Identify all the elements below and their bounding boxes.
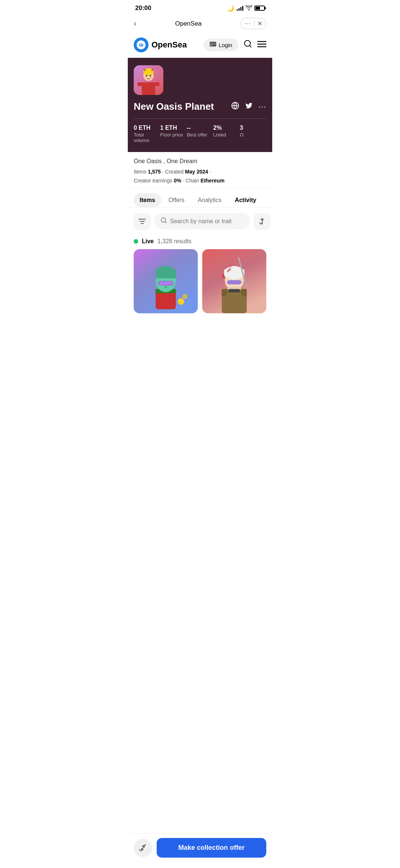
- nft-image-1: $ $: [134, 249, 198, 313]
- collection-avatar: [134, 65, 163, 95]
- stat-total-volume: 0 ETH Total volume: [134, 125, 160, 143]
- svg-text:$: $: [184, 296, 185, 298]
- browser-divider: [254, 21, 254, 27]
- stat-floor-price: 1 ETH Floor price: [160, 125, 187, 143]
- bottom-spacer: [128, 313, 272, 347]
- header-actions: Login: [204, 39, 266, 51]
- svg-rect-2: [210, 45, 212, 46]
- collection-divider: [134, 118, 266, 119]
- avatar-image: [134, 65, 163, 95]
- tabs-container: Items Offers Analytics Activity: [128, 189, 272, 208]
- stat-listed-value: 2%: [213, 125, 240, 131]
- opensea-header: OpenSea Login: [128, 34, 272, 58]
- chain-value: Ethereum: [201, 178, 225, 184]
- login-label: Login: [219, 42, 232, 48]
- dot-1: ·: [162, 169, 165, 175]
- nft-image-2: [202, 249, 266, 313]
- live-row: Live 1,328 results: [128, 235, 272, 249]
- status-bar: 20:00 🌙: [128, 0, 272, 15]
- stat-floor-price-value: 1 ETH: [160, 125, 187, 131]
- opensea-brand-name: OpenSea: [151, 40, 187, 50]
- svg-rect-32: [156, 272, 176, 278]
- svg-line-23: [165, 222, 166, 223]
- svg-text:$: $: [180, 300, 181, 303]
- globe-icon[interactable]: [231, 102, 239, 112]
- svg-point-10: [143, 68, 154, 76]
- svg-point-15: [144, 76, 147, 78]
- svg-point-16: [150, 76, 153, 78]
- sort-button[interactable]: [254, 213, 271, 230]
- svg-line-4: [250, 46, 251, 47]
- tab-offers[interactable]: Offers: [163, 193, 190, 207]
- stat-total-volume-label: Total volume: [134, 132, 160, 143]
- nft-card[interactable]: $ $: [134, 249, 198, 313]
- wifi-icon: [246, 5, 252, 11]
- search-icon[interactable]: [243, 39, 252, 50]
- collection-title-row: New Oasis Planet ···: [134, 101, 266, 112]
- results-count: 1,328 results: [157, 238, 191, 245]
- svg-rect-47: [224, 269, 244, 276]
- opensea-brand: OpenSea: [134, 37, 187, 52]
- svg-rect-17: [142, 82, 155, 95]
- live-label: Live: [142, 238, 154, 245]
- svg-point-13: [146, 75, 147, 76]
- login-icon: [210, 42, 216, 48]
- dot-3: ·: [183, 178, 186, 184]
- browser-dots-icon[interactable]: ···: [244, 20, 251, 27]
- tab-analytics[interactable]: Analytics: [192, 193, 227, 207]
- status-time: 20:00: [135, 4, 151, 12]
- stat-best-offer: -- Best offer: [187, 125, 213, 143]
- browser-bar: ‹ OpenSea ··· ✕: [128, 15, 272, 34]
- svg-rect-1: [210, 43, 216, 45]
- tab-activity[interactable]: Activity: [229, 193, 262, 207]
- more-icon[interactable]: ···: [259, 102, 266, 112]
- svg-rect-19: [154, 82, 160, 86]
- stat-owners-value: 3: [240, 125, 266, 131]
- stat-listed: 2% Listed: [213, 125, 240, 143]
- collection-meta: Items 1,575 · Created May 2024 · Creator…: [134, 168, 266, 185]
- collection-info: One Oasis , One Dream Items 1,575 · Crea…: [128, 152, 272, 189]
- collection-stats: 0 ETH Total volume 1 ETH Floor price -- …: [134, 125, 266, 143]
- search-container: [128, 208, 272, 235]
- collection-social: ···: [231, 102, 266, 112]
- browser-close-button[interactable]: ✕: [257, 20, 262, 27]
- stat-best-offer-value: --: [187, 125, 213, 131]
- signal-bars-icon: [237, 6, 243, 11]
- browser-url: OpenSea: [141, 20, 236, 27]
- battery-icon: [254, 6, 265, 11]
- items-label: Items: [134, 169, 148, 175]
- search-icon: [160, 217, 167, 225]
- filter-button[interactable]: [134, 213, 151, 230]
- filter-icon: [139, 218, 146, 224]
- search-input[interactable]: [170, 218, 244, 225]
- chain-label: Chain: [186, 178, 200, 184]
- dot-2: ·: [210, 169, 211, 175]
- stat-owners-label: O: [240, 132, 266, 138]
- svg-rect-53: [229, 289, 240, 292]
- search-input-wrapper[interactable]: [154, 213, 250, 229]
- back-button[interactable]: ‹: [134, 19, 136, 29]
- tab-items[interactable]: Items: [134, 193, 161, 207]
- svg-rect-18: [137, 82, 143, 86]
- created-label: Created: [165, 169, 185, 175]
- created-value: May 2024: [185, 169, 208, 175]
- stat-total-volume-value: 0 ETH: [134, 125, 160, 131]
- svg-point-14: [150, 75, 151, 76]
- collection-banner: New Oasis Planet ··· 0 ETH Total volume: [128, 58, 272, 152]
- stat-floor-price-label: Floor price: [160, 132, 187, 138]
- items-count: 1,575: [148, 169, 161, 175]
- login-button[interactable]: Login: [204, 39, 238, 51]
- nft-grid: $ $: [128, 249, 272, 313]
- svg-rect-51: [228, 281, 241, 283]
- opensea-logo-icon[interactable]: [134, 37, 149, 52]
- collection-title: New Oasis Planet: [134, 101, 214, 112]
- collection-tagline: One Oasis , One Dream: [134, 158, 266, 165]
- twitter-icon[interactable]: [245, 102, 253, 111]
- nft-card[interactable]: [202, 249, 266, 313]
- stat-owners: 3 O: [240, 125, 266, 143]
- svg-rect-34: [159, 281, 173, 285]
- stat-best-offer-label: Best offer: [187, 132, 213, 138]
- menu-icon[interactable]: [257, 40, 266, 50]
- browser-actions: ··· ✕: [240, 18, 266, 29]
- stat-listed-label: Listed: [213, 132, 240, 138]
